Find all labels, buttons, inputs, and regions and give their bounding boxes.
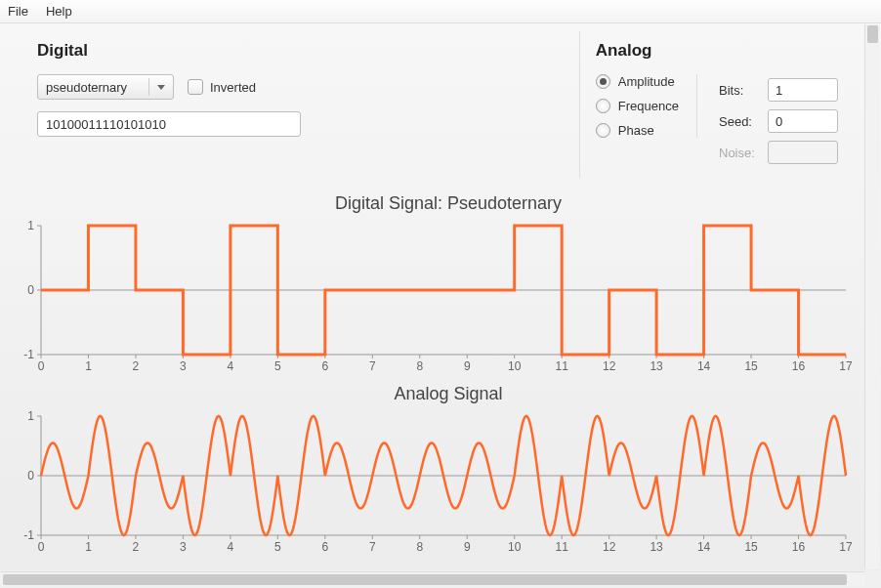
svg-text:8: 8 (416, 359, 423, 373)
analog-chart-title: Analog Signal (23, 384, 873, 404)
inverted-label: Inverted (210, 80, 256, 95)
menubar: File Help (0, 0, 881, 23)
svg-text:16: 16 (792, 359, 806, 373)
svg-text:4: 4 (228, 359, 234, 373)
svg-text:1: 1 (85, 540, 92, 554)
svg-text:0: 0 (27, 469, 34, 483)
svg-text:10: 10 (508, 359, 522, 373)
svg-text:13: 13 (650, 359, 663, 373)
svg-text:8: 8 (416, 540, 423, 554)
analog-title: Analog (596, 41, 697, 61)
svg-text:2: 2 (133, 540, 140, 554)
digital-chart: -10101234567891011121314151617 (23, 218, 852, 374)
svg-text:-1: -1 (23, 528, 34, 542)
svg-text:16: 16 (792, 540, 806, 554)
inverted-checkbox[interactable]: Inverted (188, 79, 256, 95)
noise-field: Noise: (719, 141, 838, 164)
analog-mode-group: Amplitude Frequence Phase (596, 74, 697, 138)
svg-text:9: 9 (464, 540, 471, 554)
svg-text:15: 15 (744, 359, 758, 373)
svg-text:1: 1 (27, 409, 34, 423)
chevron-down-icon (157, 85, 165, 90)
menu-file[interactable]: File (8, 4, 28, 19)
svg-text:14: 14 (697, 359, 711, 373)
radio-dot-icon (596, 123, 610, 138)
radio-frequence[interactable]: Frequence (596, 99, 679, 113)
bits-field: Bits: 1 (719, 78, 838, 102)
svg-text:17: 17 (839, 359, 852, 373)
content-area: Digital pseudoternary Inverted 101000111… (0, 23, 881, 570)
svg-text:6: 6 (321, 359, 328, 373)
svg-text:5: 5 (274, 540, 281, 554)
radio-phase[interactable]: Phase (596, 123, 679, 138)
digital-panel: Digital pseudoternary Inverted 101000111… (21, 31, 580, 178)
svg-text:7: 7 (369, 540, 376, 554)
svg-text:3: 3 (180, 359, 187, 373)
analog-chart: -10101234567891011121314151617 (23, 408, 852, 555)
svg-text:6: 6 (321, 540, 328, 554)
checkbox-box-icon (188, 79, 203, 95)
radio-dot-icon (596, 74, 610, 89)
svg-text:13: 13 (650, 540, 663, 554)
svg-text:14: 14 (697, 540, 711, 554)
svg-text:10: 10 (508, 540, 522, 554)
encoding-select[interactable]: pseudoternary (37, 74, 174, 100)
digital-title: Digital (37, 41, 564, 61)
svg-text:0: 0 (38, 359, 45, 373)
analog-panel: Analog Amplitude Frequence Phase (580, 31, 854, 178)
seed-number-input[interactable]: 0 (768, 109, 838, 133)
svg-text:4: 4 (228, 540, 234, 554)
svg-text:12: 12 (603, 359, 616, 373)
svg-text:5: 5 (274, 359, 281, 373)
svg-text:7: 7 (369, 359, 376, 373)
svg-text:15: 15 (744, 540, 758, 554)
svg-text:2: 2 (133, 359, 140, 373)
svg-text:0: 0 (38, 540, 45, 554)
menu-help[interactable]: Help (46, 4, 72, 19)
horizontal-scrollbar[interactable] (1, 571, 864, 587)
encoding-select-value: pseudoternary (46, 80, 127, 95)
svg-text:17: 17 (839, 540, 852, 554)
svg-text:-1: -1 (23, 348, 34, 361)
svg-text:1: 1 (85, 359, 92, 373)
svg-text:0: 0 (27, 283, 34, 297)
svg-text:11: 11 (555, 359, 568, 373)
noise-number-input (768, 141, 838, 164)
seed-field: Seed: 0 (719, 109, 838, 133)
radio-amplitude[interactable]: Amplitude (596, 74, 679, 89)
svg-text:1: 1 (27, 219, 34, 232)
svg-text:9: 9 (464, 359, 471, 373)
bits-input[interactable]: 10100011110101010 (37, 111, 301, 137)
svg-text:11: 11 (555, 540, 568, 554)
digital-chart-title: Digital Signal: Pseudoternary (23, 193, 873, 214)
bits-number-input[interactable]: 1 (768, 78, 838, 102)
svg-text:3: 3 (180, 540, 187, 554)
svg-text:12: 12 (603, 540, 616, 554)
radio-dot-icon (596, 99, 610, 113)
vertical-scrollbar[interactable] (864, 24, 880, 569)
